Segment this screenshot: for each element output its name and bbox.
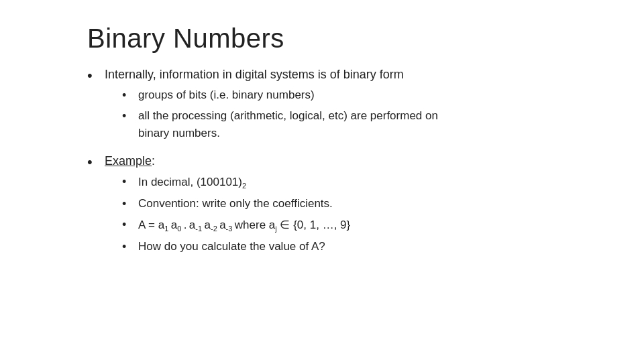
subitem-formula-text: A = a1 a0 . a-1 a-2 a-3 where aj ∈ {0, 1… (138, 216, 350, 235)
slide: Binary Numbers • Internally, information… (0, 0, 644, 362)
subitem-convention: • Convention: write only the coefficient… (122, 195, 604, 213)
sub-1: 1 (164, 225, 168, 233)
example-label: Example (105, 154, 152, 168)
example-colon: : (152, 154, 155, 168)
sub-bullet-4: • (122, 195, 136, 213)
subitem-groups-text: groups of bits (i.e. binary numbers) (138, 86, 315, 104)
bullet-dot-2: • (87, 152, 102, 173)
sub-neg1: -1 (195, 225, 202, 233)
bullet-dot-1: • (87, 66, 102, 86)
subitem-formula: • A = a1 a0 . a-1 a-2 a-3 where aj ∈ {0,… (122, 216, 604, 235)
sub-bullet-3: • (122, 173, 136, 191)
subitem-convention-text: Convention: write only the coefficients. (138, 195, 333, 213)
subitem-processing: • all the processing (arithmetic, logica… (122, 107, 604, 141)
item-example-text: Example: • In decimal, (100101)2 • Conve… (105, 152, 604, 259)
sub-list-example: • In decimal, (100101)2 • Convention: wr… (122, 173, 604, 256)
item-internally-text: Internally, information in digital syste… (105, 66, 604, 144)
sub-list-internally: • groups of bits (i.e. binary numbers) •… (122, 86, 604, 141)
subitem-decimal-text: In decimal, (100101)2 (138, 173, 246, 192)
sub-0: 0 (177, 225, 181, 233)
sub-neg3: -3 (226, 225, 233, 233)
subscript-2: 2 (242, 182, 246, 190)
sub-bullet-6: • (122, 238, 136, 256)
subitem-decimal: • In decimal, (100101)2 (122, 173, 604, 192)
sub-bullet-5: • (122, 216, 136, 234)
subitem-howdo-text: How do you calculate the value of A? (138, 238, 325, 255)
sub-bullet-2: • (122, 107, 136, 125)
sub-bullet-1: • (122, 86, 136, 105)
subitem-howdo: • How do you calculate the value of A? (122, 238, 604, 256)
main-bullet-list: • Internally, information in digital sys… (87, 66, 604, 264)
list-item-internally: • Internally, information in digital sys… (87, 66, 604, 145)
list-item-example: • Example: • In decimal, (100101)2 • Con… (87, 152, 604, 260)
subitem-groups: • groups of bits (i.e. binary numbers) (122, 86, 604, 105)
sub-neg2: -2 (211, 225, 217, 233)
slide-title: Binary Numbers (87, 23, 604, 54)
subitem-processing-text: all the processing (arithmetic, logical,… (138, 107, 438, 141)
sub-j: j (275, 225, 276, 233)
